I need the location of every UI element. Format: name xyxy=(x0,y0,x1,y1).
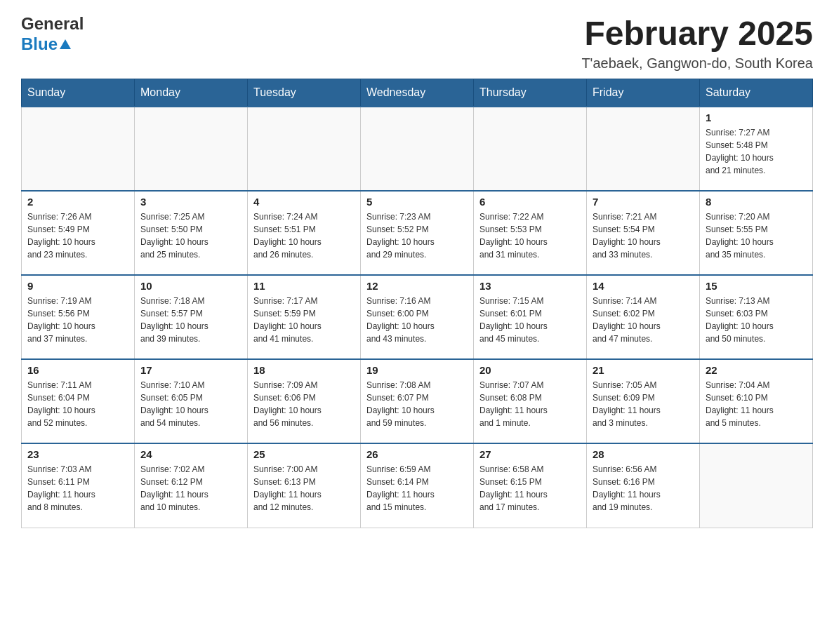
day-info: Sunrise: 7:27 AMSunset: 5:48 PMDaylight:… xyxy=(706,126,807,177)
calendar-cell: 5Sunrise: 7:23 AMSunset: 5:52 PMDaylight… xyxy=(361,191,474,275)
day-info: Sunrise: 7:00 AMSunset: 6:13 PMDaylight:… xyxy=(253,463,355,514)
calendar-cell xyxy=(474,107,587,191)
day-number: 11 xyxy=(253,280,355,292)
calendar-cell: 6Sunrise: 7:22 AMSunset: 5:53 PMDaylight… xyxy=(474,191,587,275)
day-info: Sunrise: 7:04 AMSunset: 6:10 PMDaylight:… xyxy=(706,379,807,429)
calendar-cell: 9Sunrise: 7:19 AMSunset: 5:56 PMDaylight… xyxy=(22,275,135,359)
day-number: 23 xyxy=(27,448,128,460)
day-info: Sunrise: 7:21 AMSunset: 5:54 PMDaylight:… xyxy=(593,210,694,261)
day-number: 1 xyxy=(706,112,807,123)
day-number: 6 xyxy=(479,196,581,208)
day-number: 24 xyxy=(140,448,241,460)
calendar-cell: 12Sunrise: 7:16 AMSunset: 6:00 PMDayligh… xyxy=(361,275,474,359)
page-subtitle: T'aebaek, Gangwon-do, South Korea xyxy=(581,55,813,72)
day-info: Sunrise: 7:23 AMSunset: 5:52 PMDaylight:… xyxy=(366,210,468,261)
day-info: Sunrise: 7:02 AMSunset: 6:12 PMDaylight:… xyxy=(140,463,241,514)
calendar-cell: 27Sunrise: 6:58 AMSunset: 6:15 PMDayligh… xyxy=(474,443,587,528)
day-number: 9 xyxy=(27,280,128,292)
calendar-cell xyxy=(700,443,813,528)
calendar-cell: 11Sunrise: 7:17 AMSunset: 5:59 PMDayligh… xyxy=(248,275,361,359)
calendar-table: SundayMondayTuesdayWednesdayThursdayFrid… xyxy=(21,79,813,528)
calendar-cell: 22Sunrise: 7:04 AMSunset: 6:10 PMDayligh… xyxy=(700,359,813,443)
day-info: Sunrise: 7:19 AMSunset: 5:56 PMDaylight:… xyxy=(27,295,128,345)
day-of-week-saturday: Saturday xyxy=(700,79,813,107)
day-number: 15 xyxy=(706,280,807,292)
day-number: 18 xyxy=(253,364,355,376)
day-info: Sunrise: 7:18 AMSunset: 5:57 PMDaylight:… xyxy=(140,295,241,345)
day-info: Sunrise: 7:09 AMSunset: 6:06 PMDaylight:… xyxy=(253,379,355,429)
day-info: Sunrise: 7:15 AMSunset: 6:01 PMDaylight:… xyxy=(479,295,581,345)
day-number: 3 xyxy=(140,196,241,208)
day-info: Sunrise: 7:07 AMSunset: 6:08 PMDaylight:… xyxy=(479,379,581,429)
day-number: 16 xyxy=(27,364,128,376)
day-number: 7 xyxy=(593,196,694,208)
calendar-cell: 4Sunrise: 7:24 AMSunset: 5:51 PMDaylight… xyxy=(248,191,361,275)
day-info: Sunrise: 6:59 AMSunset: 6:14 PMDaylight:… xyxy=(366,463,468,514)
day-number: 20 xyxy=(479,364,581,376)
day-number: 26 xyxy=(366,448,468,460)
calendar-body: 1Sunrise: 7:27 AMSunset: 5:48 PMDaylight… xyxy=(22,107,813,528)
calendar-cell: 23Sunrise: 7:03 AMSunset: 6:11 PMDayligh… xyxy=(22,443,135,528)
week-row-4: 23Sunrise: 7:03 AMSunset: 6:11 PMDayligh… xyxy=(22,443,813,528)
day-number: 19 xyxy=(366,364,468,376)
calendar-cell: 10Sunrise: 7:18 AMSunset: 5:57 PMDayligh… xyxy=(135,275,248,359)
day-info: Sunrise: 6:56 AMSunset: 6:16 PMDaylight:… xyxy=(593,463,694,514)
page-header: General Blue February 2025 T'aebaek, Gan… xyxy=(21,14,813,72)
day-number: 2 xyxy=(27,196,128,208)
calendar-cell: 25Sunrise: 7:00 AMSunset: 6:13 PMDayligh… xyxy=(248,443,361,528)
day-info: Sunrise: 7:05 AMSunset: 6:09 PMDaylight:… xyxy=(593,379,694,429)
day-of-week-thursday: Thursday xyxy=(474,79,587,107)
calendar-cell: 3Sunrise: 7:25 AMSunset: 5:50 PMDaylight… xyxy=(135,191,248,275)
day-info: Sunrise: 7:08 AMSunset: 6:07 PMDaylight:… xyxy=(366,379,468,429)
day-of-week-wednesday: Wednesday xyxy=(361,79,474,107)
week-row-1: 2Sunrise: 7:26 AMSunset: 5:49 PMDaylight… xyxy=(22,191,813,275)
calendar-cell xyxy=(587,107,700,191)
days-of-week-row: SundayMondayTuesdayWednesdayThursdayFrid… xyxy=(22,79,813,107)
day-number: 25 xyxy=(253,448,355,460)
day-number: 13 xyxy=(479,280,581,292)
day-number: 17 xyxy=(140,364,241,376)
day-info: Sunrise: 7:11 AMSunset: 6:04 PMDaylight:… xyxy=(27,379,128,429)
day-number: 4 xyxy=(253,196,355,208)
calendar-cell xyxy=(361,107,474,191)
calendar-cell: 19Sunrise: 7:08 AMSunset: 6:07 PMDayligh… xyxy=(361,359,474,443)
day-info: Sunrise: 7:20 AMSunset: 5:55 PMDaylight:… xyxy=(706,210,807,261)
logo-blue-text: Blue xyxy=(21,34,58,55)
day-of-week-monday: Monday xyxy=(135,79,248,107)
calendar-cell xyxy=(135,107,248,191)
week-row-0: 1Sunrise: 7:27 AMSunset: 5:48 PMDaylight… xyxy=(22,107,813,191)
day-of-week-friday: Friday xyxy=(587,79,700,107)
calendar-cell: 2Sunrise: 7:26 AMSunset: 5:49 PMDaylight… xyxy=(22,191,135,275)
calendar-cell: 14Sunrise: 7:14 AMSunset: 6:02 PMDayligh… xyxy=(587,275,700,359)
day-info: Sunrise: 7:26 AMSunset: 5:49 PMDaylight:… xyxy=(27,210,128,261)
day-info: Sunrise: 7:17 AMSunset: 5:59 PMDaylight:… xyxy=(253,295,355,345)
calendar-header: SundayMondayTuesdayWednesdayThursdayFrid… xyxy=(22,79,813,107)
day-info: Sunrise: 7:14 AMSunset: 6:02 PMDaylight:… xyxy=(593,295,694,345)
day-info: Sunrise: 7:16 AMSunset: 6:00 PMDaylight:… xyxy=(366,295,468,345)
logo-triangle-icon xyxy=(60,39,71,49)
calendar-cell: 26Sunrise: 6:59 AMSunset: 6:14 PMDayligh… xyxy=(361,443,474,528)
day-number: 14 xyxy=(593,280,694,292)
calendar-cell: 18Sunrise: 7:09 AMSunset: 6:06 PMDayligh… xyxy=(248,359,361,443)
calendar-cell xyxy=(22,107,135,191)
calendar-cell: 16Sunrise: 7:11 AMSunset: 6:04 PMDayligh… xyxy=(22,359,135,443)
day-info: Sunrise: 7:22 AMSunset: 5:53 PMDaylight:… xyxy=(479,210,581,261)
day-info: Sunrise: 7:03 AMSunset: 6:11 PMDaylight:… xyxy=(27,463,128,514)
calendar-cell: 7Sunrise: 7:21 AMSunset: 5:54 PMDaylight… xyxy=(587,191,700,275)
logo: General Blue xyxy=(21,14,84,55)
week-row-2: 9Sunrise: 7:19 AMSunset: 5:56 PMDaylight… xyxy=(22,275,813,359)
calendar-cell: 1Sunrise: 7:27 AMSunset: 5:48 PMDaylight… xyxy=(700,107,813,191)
week-row-3: 16Sunrise: 7:11 AMSunset: 6:04 PMDayligh… xyxy=(22,359,813,443)
day-number: 21 xyxy=(593,364,694,376)
calendar-cell: 24Sunrise: 7:02 AMSunset: 6:12 PMDayligh… xyxy=(135,443,248,528)
day-number: 22 xyxy=(706,364,807,376)
calendar-cell xyxy=(248,107,361,191)
calendar-cell: 17Sunrise: 7:10 AMSunset: 6:05 PMDayligh… xyxy=(135,359,248,443)
day-of-week-tuesday: Tuesday xyxy=(248,79,361,107)
calendar-cell: 21Sunrise: 7:05 AMSunset: 6:09 PMDayligh… xyxy=(587,359,700,443)
day-info: Sunrise: 7:25 AMSunset: 5:50 PMDaylight:… xyxy=(140,210,241,261)
logo-general: General xyxy=(21,14,84,34)
calendar-cell: 28Sunrise: 6:56 AMSunset: 6:16 PMDayligh… xyxy=(587,443,700,528)
day-number: 8 xyxy=(706,196,807,208)
day-number: 5 xyxy=(366,196,468,208)
